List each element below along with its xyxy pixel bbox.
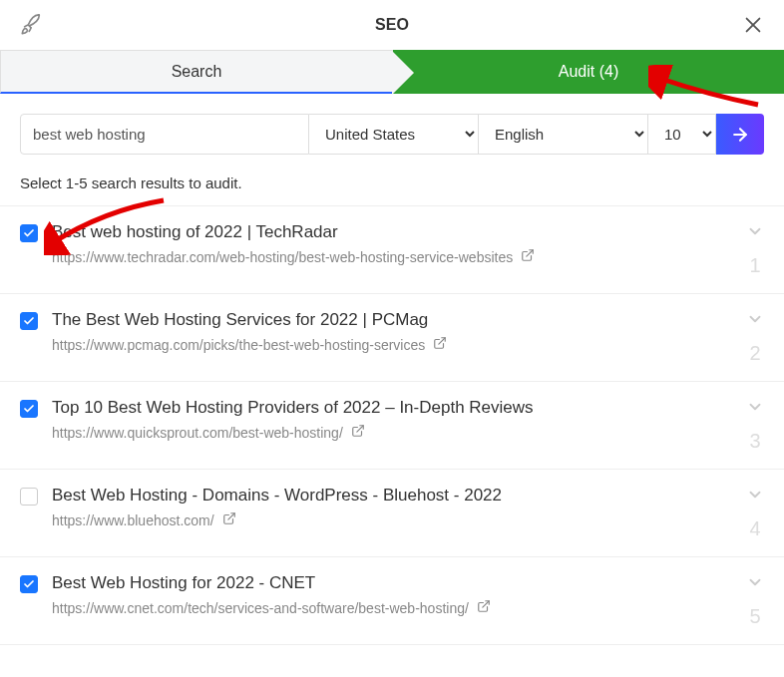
result-rank: 1 — [749, 254, 760, 277]
result-checkbox[interactable] — [20, 488, 38, 506]
result-rank: 4 — [749, 517, 760, 540]
result-row: Best Web Hosting - Domains - WordPress -… — [0, 470, 784, 557]
svg-line-7 — [483, 601, 489, 607]
result-title: Best Web Hosting - Domains - WordPress -… — [52, 486, 736, 506]
result-rank: 3 — [749, 430, 760, 453]
count-select[interactable]: 10 — [648, 114, 716, 155]
tab-search-label: Search — [172, 63, 222, 81]
chevron-down-icon[interactable] — [746, 222, 764, 244]
language-select[interactable]: English — [479, 114, 648, 155]
external-link-icon[interactable] — [351, 424, 365, 442]
page-title: SEO — [375, 16, 409, 34]
chevron-down-icon[interactable] — [746, 398, 764, 420]
tabs: Search Audit (4) — [0, 50, 784, 94]
tab-search[interactable]: Search — [0, 50, 393, 94]
instruction-text: Select 1-5 search results to audit. — [0, 174, 784, 205]
results-list: Best web hosting of 2022 | TechRadar htt… — [0, 205, 784, 645]
external-link-icon[interactable] — [433, 336, 447, 354]
svg-line-4 — [439, 338, 445, 344]
result-url: https://www.bluehost.com/ — [52, 512, 214, 528]
result-checkbox[interactable] — [20, 400, 38, 418]
tab-audit[interactable]: Audit (4) — [393, 50, 784, 94]
result-checkbox[interactable] — [20, 224, 38, 242]
svg-line-3 — [527, 250, 533, 256]
result-title: The Best Web Hosting Services for 2022 |… — [52, 310, 736, 330]
result-row: Best web hosting of 2022 | TechRadar htt… — [0, 206, 784, 294]
result-title: Best Web Hosting for 2022 - CNET — [52, 573, 736, 593]
result-rank: 5 — [749, 605, 760, 628]
controls-row: United States English 10 — [0, 94, 784, 174]
result-row: The Best Web Hosting Services for 2022 |… — [0, 294, 784, 382]
result-title: Best web hosting of 2022 | TechRadar — [52, 222, 736, 242]
result-url: https://www.cnet.com/tech/services-and-s… — [52, 600, 469, 616]
svg-line-5 — [357, 426, 363, 432]
external-link-icon[interactable] — [521, 248, 535, 266]
submit-button[interactable] — [716, 114, 764, 155]
svg-line-6 — [227, 513, 233, 519]
country-select[interactable]: United States — [309, 114, 479, 155]
external-link-icon[interactable] — [477, 599, 491, 617]
result-url: https://www.techradar.com/web-hosting/be… — [52, 249, 513, 265]
chevron-down-icon[interactable] — [746, 573, 764, 595]
result-url: https://www.quicksprout.com/best-web-hos… — [52, 425, 343, 441]
result-row: Top 10 Best Web Hosting Providers of 202… — [0, 382, 784, 470]
result-checkbox[interactable] — [20, 575, 38, 593]
arrow-right-icon — [730, 125, 750, 145]
rocket-icon — [20, 14, 42, 40]
result-title: Top 10 Best Web Hosting Providers of 202… — [52, 398, 736, 418]
tab-audit-label: Audit (4) — [559, 63, 618, 81]
chevron-down-icon[interactable] — [746, 486, 764, 508]
result-url: https://www.pcmag.com/picks/the-best-web… — [52, 337, 425, 353]
chevron-down-icon[interactable] — [746, 310, 764, 332]
external-link-icon[interactable] — [222, 511, 236, 529]
result-rank: 2 — [749, 342, 760, 365]
result-row: Best Web Hosting for 2022 - CNET https:/… — [0, 557, 784, 645]
result-checkbox[interactable] — [20, 312, 38, 330]
close-icon[interactable] — [742, 14, 764, 40]
search-input[interactable] — [20, 114, 309, 155]
header: SEO — [0, 0, 784, 50]
